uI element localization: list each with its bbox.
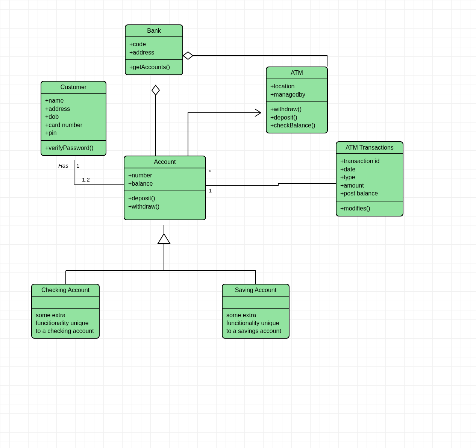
class-title: Account: [124, 156, 205, 168]
edge-bank-atm: [183, 52, 327, 67]
op: +modifies(): [340, 204, 399, 213]
class-atm-transactions[interactable]: ATM Transactions +transaction id +date +…: [336, 141, 403, 216]
class-bank[interactable]: Bank +code +address +getAccounts(): [125, 24, 183, 75]
svg-marker-2: [158, 234, 170, 244]
class-checking-account[interactable]: Checking Account some extra funcitionali…: [31, 284, 100, 339]
edge-label-mult-1: 1: [76, 162, 79, 169]
attr: +date: [340, 165, 399, 174]
class-ops: some extra funcitionality unique to a sa…: [223, 309, 289, 338]
edge-customer-account: [74, 160, 124, 184]
class-attrs: +number +balance: [124, 168, 205, 191]
class-ops: +deposit() +withdraw(): [124, 191, 205, 219]
class-ops: some extra funcitionality unique to a ch…: [32, 309, 99, 338]
class-attrs: +code +address: [126, 37, 182, 60]
edge-label-mult-star: *: [209, 168, 211, 175]
op: +deposit(): [128, 194, 202, 203]
class-attrs: [223, 297, 289, 309]
attr: +type: [340, 173, 399, 182]
class-title: Customer: [41, 82, 106, 94]
op: some extra funcitionality unique to a ch…: [36, 312, 95, 335]
op: +withdraw(): [128, 203, 202, 211]
svg-marker-0: [183, 52, 193, 59]
class-attrs: +name +address +dob +card number +pin: [41, 94, 106, 141]
class-title: Checking Account: [32, 285, 99, 297]
class-ops: +verifyPassword(): [41, 141, 106, 155]
attr: +amount: [340, 182, 399, 190]
attr: +pin: [45, 129, 102, 137]
edge-label-has: Has: [58, 162, 68, 169]
attr: +address: [129, 48, 179, 57]
edge-label-mult-1-2: 1,2: [82, 176, 90, 183]
op: +getAccounts(): [129, 63, 179, 71]
attr: +address: [45, 105, 102, 113]
edge-bank-account: [152, 85, 159, 156]
class-attrs: +location +managedby: [267, 79, 327, 102]
attr: +number: [128, 171, 202, 180]
class-title: ATM Transactions: [337, 142, 403, 154]
attr: +managedby: [270, 91, 323, 99]
diagram-canvas: Bank +code +address +getAccounts() Custo…: [0, 0, 476, 448]
class-ops: +getAccounts(): [126, 60, 182, 74]
attr: +code: [129, 40, 179, 48]
attr: +location: [270, 82, 323, 91]
attr: +transaction id: [340, 157, 399, 165]
attr: +post balance: [340, 189, 399, 198]
class-title: ATM: [267, 67, 327, 79]
svg-marker-1: [152, 85, 159, 95]
class-atm[interactable]: ATM +location +managedby +withdraw() +de…: [266, 67, 328, 133]
class-attrs: +transaction id +date +type +amount +pos…: [337, 154, 403, 201]
edge-account-atm: [188, 109, 261, 156]
class-attrs: [32, 297, 99, 309]
op: +withdraw(): [270, 105, 323, 114]
class-saving-account[interactable]: Saving Account some extra funcitionality…: [222, 284, 290, 339]
attr: +card number: [45, 121, 102, 129]
class-customer[interactable]: Customer +name +address +dob +card numbe…: [41, 81, 106, 156]
edge-account-atmtxn: [206, 183, 336, 185]
attr: +dob: [45, 113, 102, 121]
class-account[interactable]: Account +number +balance +deposit() +wit…: [124, 156, 206, 220]
op: +verifyPassword(): [45, 144, 102, 152]
edges-layer: [0, 0, 476, 448]
class-ops: +modifies(): [337, 201, 403, 216]
attr: +balance: [128, 180, 202, 188]
op: some extra funcitionality unique to a sa…: [226, 312, 285, 335]
op: +checkBalance(): [270, 121, 323, 130]
attr: +name: [45, 97, 102, 105]
edge-label-mult-1b: 1: [209, 187, 212, 194]
class-title: Saving Account: [223, 285, 289, 297]
op: +deposit(): [270, 114, 323, 122]
class-ops: +withdraw() +deposit() +checkBalance(): [267, 102, 327, 133]
class-title: Bank: [126, 25, 182, 37]
edge-generalization: [66, 225, 256, 284]
